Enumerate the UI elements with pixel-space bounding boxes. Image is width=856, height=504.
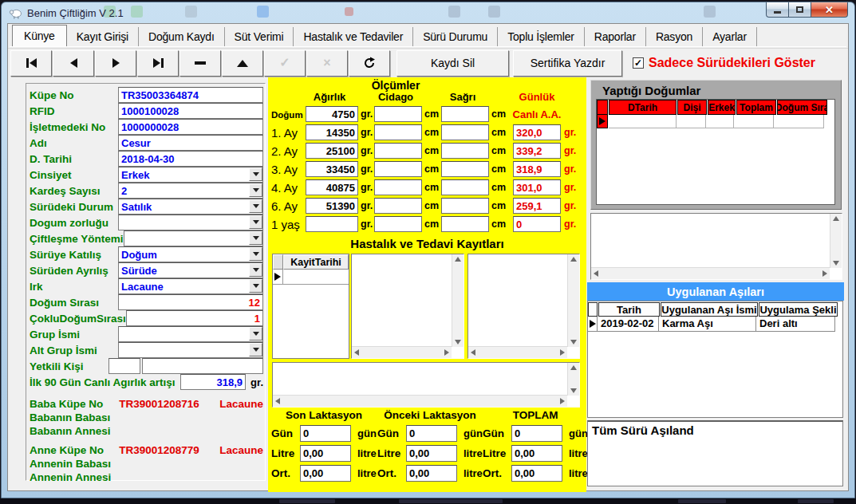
tab-rasyon[interactable]: Rasyon [646,27,703,46]
month4-daily-gain-input[interactable] [513,179,561,195]
d-tarihi-input[interactable] [118,151,263,167]
coklu-dogum-sirasi-input[interactable] [126,310,263,326]
horizontal-scrollbar[interactable] [273,395,567,407]
scroll-down-icon[interactable] [833,261,839,266]
suruye-katilis-combo[interactable] [118,246,263,262]
scroll-down-icon[interactable] [455,340,461,345]
combo-arrow-button[interactable] [249,343,262,356]
combo-arrow-button[interactable] [249,327,262,341]
month4-sagri-input[interactable] [441,179,489,195]
grid-cell[interactable] [774,115,824,128]
scroll-right-icon[interactable] [560,349,565,356]
scroll-left-icon[interactable] [275,398,280,404]
scroll-left-icon[interactable] [354,349,359,356]
maximize-button[interactable] [789,2,811,18]
horizontal-scrollbar[interactable] [591,267,830,279]
month3-weight-input[interactable] [306,161,358,177]
combo-arrow-button[interactable] [249,231,262,245]
tab-toplu-islemler[interactable]: Toplu İşlemler [498,27,585,46]
grid-cell[interactable] [734,115,774,128]
kardes-sayisi-combo[interactable] [118,183,263,199]
adi-input[interactable] [118,135,263,151]
month4-weight-input[interactable] [306,179,358,195]
nav-delete-button[interactable] [179,50,221,77]
vaccines-grid[interactable]: Tarih Uygulanan Aşı İsmi Uygulama Şekli … [587,301,843,418]
month3-daily-gain-input[interactable] [513,161,561,177]
dogum-sirasi-input[interactable] [118,294,263,310]
scroll-left-icon[interactable] [471,349,475,356]
treatment-detail-listbox[interactable] [467,254,580,359]
tab-raporlar[interactable]: Raporlar [585,27,646,46]
yetkili-kisi-code-input[interactable] [108,358,140,374]
births-grid-row[interactable] [597,115,834,128]
year1-sagri-input[interactable] [441,216,489,232]
vaccines-column-uygulama-sekli[interactable]: Uygulama Şekli [759,302,838,317]
ciftlesme-yontemi-combo[interactable] [124,230,263,246]
scroll-right-icon[interactable] [560,398,565,404]
herd-filter-checkbox[interactable]: ✓ [633,57,644,69]
month3-sagri-input[interactable] [441,161,489,177]
print-certificate-button[interactable]: Sertifika Yazdır [513,50,622,77]
total-lactation-average-input[interactable] [511,465,562,482]
tab-suru-durumu[interactable]: Sürü Durumu [413,27,498,46]
month6-cidago-input[interactable] [374,198,422,214]
month6-daily-gain-input[interactable] [513,198,561,214]
surudeki-durum-combo[interactable] [118,199,263,215]
last-lactation-days-input[interactable] [300,425,351,442]
nav-post-button[interactable]: ✓ [264,50,306,77]
vaccine-date-cell[interactable]: 2019-02-02 [598,317,659,332]
scroll-up-icon[interactable] [570,365,577,370]
combo-arrow-button[interactable] [249,167,262,181]
month3-cidago-input[interactable] [374,161,422,177]
total-lactation-litres-input[interactable] [511,445,562,462]
irk-combo[interactable] [118,278,263,294]
yetkili-kisi-name-input[interactable] [142,358,263,374]
combo-arrow-button[interactable] [249,247,262,261]
month1-weight-input[interactable] [306,124,358,140]
cinsiyet-combo[interactable] [118,167,263,183]
nav-refresh-button[interactable] [349,50,390,77]
combo-arrow-button[interactable] [249,279,262,293]
horizontal-scrollbar[interactable] [468,346,567,358]
nav-last-button[interactable] [137,50,179,77]
month2-sagri-input[interactable] [441,143,489,159]
alt-grup-ismi-combo[interactable] [118,342,263,358]
vertical-scrollbar[interactable] [830,214,842,268]
nav-insert-button[interactable] [222,50,263,77]
suruden-ayrilis-combo[interactable] [118,262,263,278]
scroll-down-icon[interactable] [570,340,577,345]
isletmedeki-no-input[interactable] [118,119,263,135]
scroll-right-icon[interactable] [444,349,449,356]
previous-lactation-days-input[interactable] [406,425,457,442]
rfid-input[interactable] [118,103,263,119]
tab-ayarlar[interactable]: Ayarlar [703,27,757,46]
disease-date-grid[interactable]: KayitTarihi [272,254,349,359]
disease-detail-listbox[interactable] [351,254,464,359]
grid-cell[interactable] [677,115,706,128]
last-lactation-litres-input[interactable] [300,445,351,462]
nav-cancel-button[interactable]: × [306,50,348,77]
horizontal-scrollbar[interactable] [352,346,452,358]
last-lactation-average-input[interactable] [300,465,351,482]
births-column-disi[interactable]: Dişi [677,100,707,115]
month1-sagri-input[interactable] [441,124,489,140]
month2-weight-input[interactable] [306,143,358,159]
vaccine-row[interactable]: 2019-02-02 Karma Aşı Deri altı [588,317,842,332]
scroll-left-icon[interactable] [594,270,598,277]
year1-weight-input[interactable] [306,216,358,232]
close-button[interactable]: ✕ [811,2,848,18]
vertical-scrollbar[interactable] [567,254,579,347]
kupe-no-input[interactable] [118,87,263,103]
month2-cidago-input[interactable] [374,143,422,159]
combo-arrow-button[interactable] [249,263,262,277]
year1-cidago-input[interactable] [374,216,422,232]
birth-cidago-input[interactable] [374,106,422,122]
nav-prior-button[interactable] [53,50,94,77]
births-column-dogum-sira[interactable]: Doğum Sıra [777,100,827,115]
vaccine-name-cell[interactable]: Karma Aşı [659,317,756,332]
vertical-scrollbar[interactable] [567,363,579,396]
nav-next-button[interactable] [95,50,136,77]
tab-hastalik-ve-tedaviler[interactable]: Hastalık ve Tedaviler [294,27,413,46]
month6-weight-input[interactable] [306,198,358,214]
births-column-toplam[interactable]: Toplam [736,100,776,115]
